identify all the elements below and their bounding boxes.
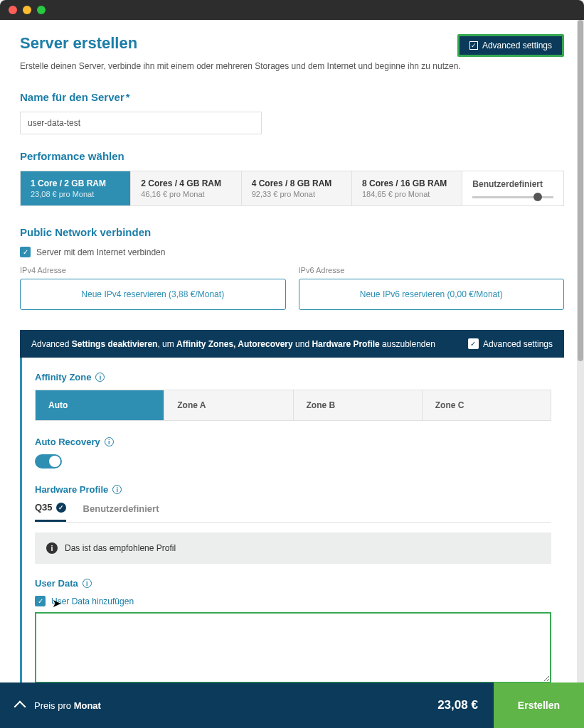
scrollbar-thumb[interactable] xyxy=(578,20,583,361)
check-circle-icon: ✓ xyxy=(56,503,66,513)
create-button[interactable]: Erstellen xyxy=(494,682,584,728)
total-price: 23,08 € xyxy=(437,682,494,728)
info-icon[interactable]: i xyxy=(83,579,92,588)
user-data-textarea[interactable] xyxy=(35,612,551,682)
affinity-zone-label: Affinity Zone i xyxy=(35,372,551,382)
close-window-icon[interactable] xyxy=(9,6,17,14)
footer-bar: Preis pro Monat 23,08 € Erstellen xyxy=(0,682,584,728)
main-content: Server erstellen ✓ Advanced settings Ers… xyxy=(0,20,584,682)
performance-label: Performance wählen xyxy=(20,150,564,162)
affinity-zone-options: Auto Zone A Zone B Zone C xyxy=(35,390,551,421)
hw-tab-q35[interactable]: Q35 ✓ xyxy=(35,502,66,522)
info-icon[interactable]: i xyxy=(112,485,122,494)
advanced-settings-label: Advanced settings xyxy=(482,41,552,50)
reserve-ipv6-button[interactable]: Neue IPv6 reservieren (0,00 €/Monat) xyxy=(299,279,565,310)
reserve-ipv4-button[interactable]: Neue IPv4 reservieren (3,88 €/Monat) xyxy=(20,279,286,310)
custom-slider[interactable] xyxy=(472,196,553,198)
zone-c[interactable]: Zone C xyxy=(423,390,551,420)
price-label: Preis pro Monat xyxy=(34,700,101,711)
advanced-settings-button[interactable]: ✓ Advanced settings xyxy=(457,34,564,57)
auto-recovery-label: Auto Recovery i xyxy=(35,437,551,447)
hw-tab-custom[interactable]: Benutzerdefiniert xyxy=(83,502,159,522)
hardware-profile-label: Hardware Profile i xyxy=(35,484,551,495)
server-name-input[interactable] xyxy=(20,112,262,134)
info-icon[interactable]: i xyxy=(95,373,105,382)
user-data-label: User Data i xyxy=(35,578,551,589)
recommended-profile-banner: i Das ist das empfohlene Profil xyxy=(35,532,551,564)
perf-option-8cores[interactable]: 8 Cores / 16 GB RAM 184,65 € pro Monat xyxy=(352,171,462,205)
zone-b[interactable]: Zone B xyxy=(294,390,423,420)
check-icon: ✓ xyxy=(468,338,479,349)
check-icon: ✓ xyxy=(469,41,478,50)
page-subtitle: Erstelle deinen Server, verbinde ihn mit… xyxy=(20,61,564,71)
internet-checkbox-row[interactable]: ✓ Server mit dem Internet verbinden xyxy=(20,247,564,257)
advanced-banner: Advanced Settings deaktivieren, um Affin… xyxy=(20,330,564,358)
chevron-up-icon[interactable] xyxy=(14,701,26,713)
server-name-label: Name für den Server xyxy=(20,91,564,103)
page-title: Server erstellen xyxy=(20,34,137,53)
auto-recovery-toggle[interactable] xyxy=(35,454,62,469)
check-icon: ✓ xyxy=(35,596,46,606)
maximize-window-icon[interactable] xyxy=(37,6,46,14)
network-label: Public Network verbinden xyxy=(20,226,564,238)
perf-option-custom[interactable]: Benutzerdefiniert xyxy=(462,171,563,205)
user-data-checkbox-row[interactable]: ✓ User Data hinzufügen xyxy=(35,596,551,606)
check-icon: ✓ xyxy=(20,247,31,257)
perf-option-1core[interactable]: 1 Core / 2 GB RAM 23,08 € pro Monat xyxy=(21,171,131,205)
zone-a[interactable]: Zone A xyxy=(164,390,293,420)
perf-option-4cores[interactable]: 4 Cores / 8 GB RAM 92,33 € pro Monat xyxy=(242,171,352,205)
info-icon: i xyxy=(46,542,58,554)
window-titlebar xyxy=(0,0,584,20)
ipv4-label: IPv4 Adresse xyxy=(20,266,286,274)
performance-options: 1 Core / 2 GB RAM 23,08 € pro Monat 2 Co… xyxy=(20,171,564,206)
advanced-settings-toggle[interactable]: ✓ Advanced settings xyxy=(468,338,553,349)
info-icon[interactable]: i xyxy=(105,437,114,446)
ipv6-label: IPv6 Adresse xyxy=(299,266,565,274)
perf-option-2cores[interactable]: 2 Cores / 4 GB RAM 46,16 € pro Monat xyxy=(131,171,241,205)
zone-auto[interactable]: Auto xyxy=(36,390,164,420)
minimize-window-icon[interactable] xyxy=(23,6,31,14)
